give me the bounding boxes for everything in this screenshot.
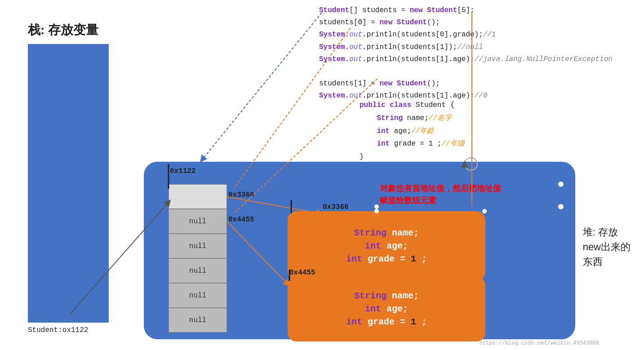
object-box-1: String name; int age; int grade = 1 ; xyxy=(288,211,485,281)
code-line2: students[0] = new Student(); xyxy=(319,17,613,29)
annotation-text: 对象也有首地址值，然后把地址值赋值给数组元素 xyxy=(380,182,501,207)
cell-2-value: null xyxy=(189,242,206,250)
stack-label: 栈: 存放变量 xyxy=(28,22,98,39)
class-line2: String name;//名字 xyxy=(360,112,465,125)
array-cell-1: null xyxy=(169,209,227,234)
obj1-line1: String name; xyxy=(354,228,419,238)
class-line4: int grade = 1 ;//年级 xyxy=(360,137,465,151)
code-line3: System.out.println(students[0].grade);//… xyxy=(319,29,613,41)
array-cell-3: null xyxy=(169,258,227,283)
obj2-line3: int grade = 1 ; xyxy=(346,317,427,327)
code-block: Student[] students = new Student[5]; stu… xyxy=(319,4,613,102)
addr-0x4455: 0x4455 xyxy=(228,216,254,224)
addr-0x1122: 0x1122 xyxy=(170,167,196,175)
array-cell-2: null xyxy=(169,234,227,258)
array-cells: null null null null null xyxy=(169,184,227,332)
array-cell-5: null xyxy=(169,308,227,332)
class-block: public class Student { String name;//名字 … xyxy=(360,99,465,164)
class-line3: int age;//年龄 xyxy=(360,125,465,138)
cell-3-value: null xyxy=(189,267,206,275)
obj1-line3: int grade = 1 ; xyxy=(346,254,427,264)
cell-4-value: null xyxy=(189,292,206,300)
addr-0x3366: 0x3366 xyxy=(228,191,254,199)
svg-line-2 xyxy=(202,13,322,159)
code-line6 xyxy=(319,66,613,78)
code-line5: System.out.println(students[1].age);//ja… xyxy=(319,53,613,66)
object-box-2: String name; int age; int grade = 1 ; xyxy=(288,276,485,341)
cell-5-value: null xyxy=(189,316,206,324)
student-label: Student:ox1122 xyxy=(28,326,88,334)
obj1-line2: int age; xyxy=(365,241,408,251)
heap-addr-obj1: 0x3366 xyxy=(323,203,349,211)
heap-addr-obj2: 0x4455 xyxy=(289,269,315,277)
obj2-line2: int age; xyxy=(365,304,408,314)
array-cell-4: null xyxy=(169,283,227,308)
class-line5: } xyxy=(360,151,465,164)
code-line1: Student[] students = new Student[5]; xyxy=(319,4,613,17)
array-cell-0 xyxy=(169,184,227,209)
stack-box xyxy=(28,44,109,323)
code-line4: System.out.println(students[1]);//null xyxy=(319,41,613,53)
watermark: https://blog.csdn.net/weixin_49543808 xyxy=(480,340,599,346)
obj2-line1: String name; xyxy=(354,291,419,301)
code-line7: students[1] = new Student(); xyxy=(319,78,613,90)
cell-1-value: null xyxy=(189,217,206,226)
class-line1: public class Student { xyxy=(360,99,465,112)
heap-label: 堆: 存放new出来的东西 xyxy=(583,225,631,269)
